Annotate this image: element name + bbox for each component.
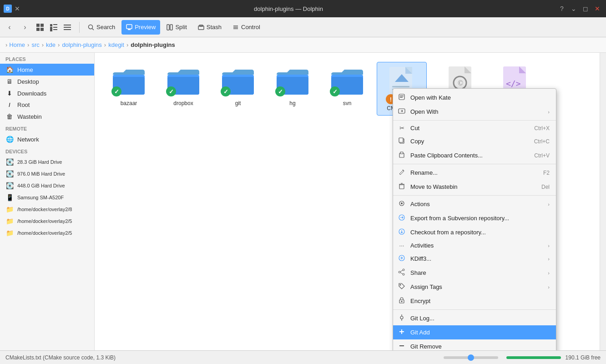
breadcrumb-sep-start: › <box>5 41 7 48</box>
ctx-rename[interactable]: Rename... F2 <box>393 166 556 180</box>
ctx-actions[interactable]: Actions › <box>393 197 556 211</box>
ctx-share[interactable]: Share › <box>393 266 556 280</box>
ctx-actions-label: Actions <box>410 201 540 207</box>
svg-point-62 <box>403 269 404 271</box>
breadcrumb-dolphin-plugins[interactable]: dolphin-plugins <box>62 41 101 48</box>
sidebar-item-downloads[interactable]: ⬇ Downloads <box>0 87 94 99</box>
ctx-sep-2 <box>393 164 556 164</box>
svg-rect-18 <box>170 25 172 30</box>
sidebar-item-docker3[interactable]: 📁 /home/docker/overlay2/5 <box>0 227 94 239</box>
breadcrumb-kde[interactable]: kde <box>46 41 56 48</box>
sidebar-item-network[interactable]: 🌐 Network <box>0 133 94 145</box>
svg-text:©: © <box>458 79 463 87</box>
hdd1-icon: 💽 <box>5 158 14 166</box>
sidebar-docker2-label: /home/docker/overlay2/5 <box>17 218 72 224</box>
titlebar-left: D ✕ <box>4 5 20 13</box>
help-button[interactable]: ? <box>557 4 567 14</box>
activities-arrow: › <box>548 243 550 248</box>
stash-button[interactable]: Stash <box>193 20 226 35</box>
ctx-open-with[interactable]: Open With › <box>393 105 556 119</box>
forward-button[interactable]: › <box>18 20 32 34</box>
ctx-encrypt[interactable]: Encrypt <box>393 294 556 308</box>
compact-view-button[interactable] <box>47 21 60 34</box>
ctx-git-add[interactable]: Git Add <box>393 325 556 339</box>
zoom-slider[interactable] <box>444 356 498 359</box>
zoom-slider-thumb[interactable] <box>468 354 474 361</box>
statusbar-free: 190.1 GiB free <box>566 354 601 361</box>
ctx-cut[interactable]: ✂ Cut Ctrl+X <box>393 122 556 134</box>
sidebar: Places 🏠 Home 🖥 Desktop ⬇ Downloads / Ro… <box>0 53 95 350</box>
breadcrumb-src[interactable]: src <box>31 41 39 48</box>
ctx-git-remove[interactable]: Git Remove <box>393 339 556 350</box>
toolbar: ‹ › Search Preview Split Stash Control <box>0 17 606 37</box>
ctx-open-kate[interactable]: Open with Kate <box>393 91 556 105</box>
ctx-copy[interactable]: Copy Ctrl+C <box>393 134 556 148</box>
sidebar-item-home[interactable]: 🏠 Home <box>0 64 94 76</box>
file-item-bazaar[interactable]: ✓ bazaar <box>104 62 154 116</box>
search-button[interactable]: Search <box>83 20 120 35</box>
sidebar-item-hdd1[interactable]: 💽 28.3 GiB Hard Drive <box>0 156 94 168</box>
open-kate-icon <box>398 93 406 102</box>
ctx-checkout[interactable]: Checkout from a repository... <box>393 225 556 239</box>
detail-view-button[interactable] <box>61 21 74 34</box>
sidebar-item-hdd2[interactable]: 💽 976.0 MiB Hard Drive <box>0 168 94 180</box>
ctx-assign-tags[interactable]: Assign Tags › <box>393 280 556 294</box>
app-icon: D <box>4 5 12 13</box>
svg-text:</>: </> <box>506 79 521 88</box>
network-icon: 🌐 <box>5 136 14 143</box>
svg-rect-9 <box>53 29 57 30</box>
file-item-svn[interactable]: ✓ svn <box>322 62 372 116</box>
minimize-button[interactable]: ⌄ <box>569 4 579 14</box>
paste-icon <box>398 151 406 160</box>
preview-button[interactable]: Preview <box>121 20 160 35</box>
docker3-icon: 📁 <box>5 229 14 237</box>
ctx-kdiff3[interactable]: KDiff3... › <box>393 252 556 266</box>
actions-arrow: › <box>548 202 550 207</box>
svg-point-69 <box>401 301 403 302</box>
assign-tags-icon <box>398 283 406 291</box>
ctx-paste[interactable]: Paste Clipboard Contents... Ctrl+V <box>393 148 556 162</box>
ctx-assign-tags-label: Assign Tags <box>410 283 540 290</box>
svg-rect-0 <box>36 24 40 27</box>
sidebar-item-wastebin[interactable]: 🗑 Wastebin <box>0 111 94 122</box>
control-button[interactable]: Control <box>228 20 265 35</box>
ctx-cut-shortcut: Ctrl+X <box>534 125 550 131</box>
ctx-move-wastebin-label: Move to Wastebin <box>410 183 537 190</box>
file-name-git: git <box>235 100 241 106</box>
file-item-hg[interactable]: ✓ hg <box>268 62 318 116</box>
folder-status-ok: ✓ <box>166 86 176 96</box>
ctx-git-log[interactable]: Git Log... <box>393 311 556 325</box>
svg-point-67 <box>400 284 401 286</box>
svg-rect-12 <box>64 29 71 30</box>
sidebar-item-desktop[interactable]: 🖥 Desktop <box>0 76 94 87</box>
pin-icon[interactable]: ✕ <box>15 5 20 12</box>
close-button[interactable]: ✕ <box>592 4 602 14</box>
svg-rect-50 <box>400 152 403 154</box>
ctx-export-svn[interactable]: Export from a Subversion repository... <box>393 211 556 225</box>
sidebar-item-docker2[interactable]: 📁 /home/docker/overlay2/5 <box>0 215 94 227</box>
sidebar-item-phone[interactable]: 📱 Samsung SM-A520F <box>0 192 94 203</box>
git-add-icon <box>398 328 406 337</box>
scrollbar[interactable] <box>600 53 606 350</box>
sidebar-hdd2-label: 976.0 MiB Hard Drive <box>17 171 65 177</box>
breadcrumb-home[interactable]: Home <box>9 41 25 48</box>
breadcrumb: › Home › src › kde › dolphin-plugins › k… <box>0 37 606 53</box>
icon-view-button[interactable] <box>34 21 46 34</box>
sidebar-item-root[interactable]: / Root <box>0 99 94 111</box>
file-item-dropbox[interactable]: ✓ dropbox <box>158 62 208 116</box>
svg-line-14 <box>92 28 94 30</box>
svg-rect-45 <box>400 97 403 98</box>
svg-rect-52 <box>399 185 404 189</box>
ctx-activities[interactable]: ··· Activities › <box>393 239 556 252</box>
ctx-export-svn-label: Export from a Subversion repository... <box>410 215 550 222</box>
svg-point-56 <box>401 202 403 204</box>
sidebar-item-docker1[interactable]: 📁 /home/docker/overlay2/8 <box>0 203 94 215</box>
ctx-move-wastebin[interactable]: Move to Wastebin Del <box>393 180 556 194</box>
split-button[interactable]: Split <box>162 20 191 35</box>
statusbar: CMakeLists.txt (CMake source code, 1.3 K… <box>0 350 606 364</box>
back-button[interactable]: ‹ <box>3 20 16 34</box>
file-item-git[interactable]: ✓ git <box>213 62 263 116</box>
sidebar-item-hdd3[interactable]: 💽 448.0 GiB Hard Drive <box>0 180 94 192</box>
maximize-button[interactable]: ◻ <box>581 4 591 14</box>
breadcrumb-kdegit[interactable]: kdegit <box>108 41 124 48</box>
